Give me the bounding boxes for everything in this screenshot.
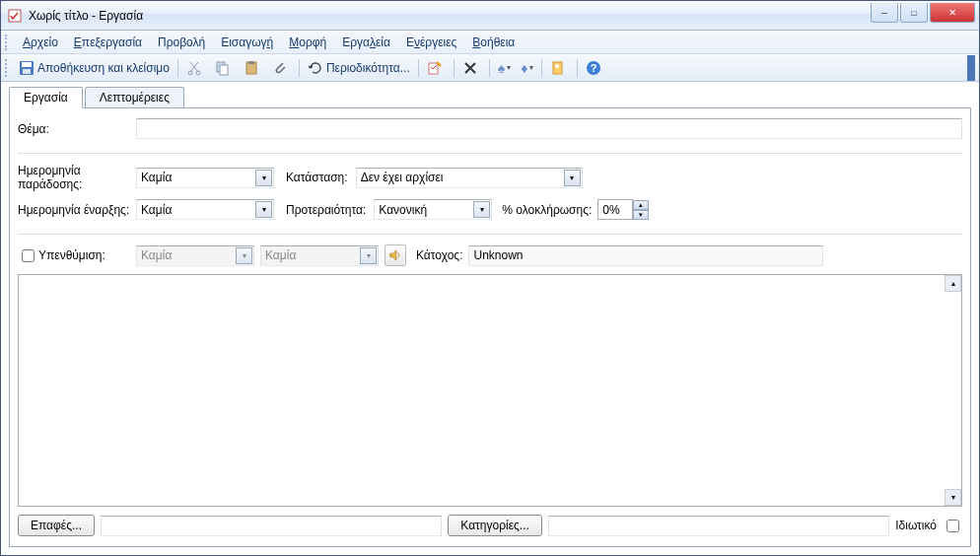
contacts-input[interactable]: [101, 516, 442, 536]
dropdown-icon: ▾: [255, 201, 272, 218]
recurrence-icon: [308, 60, 323, 76]
menu-view[interactable]: Προβολή: [150, 34, 213, 51]
due-date-combo[interactable]: Καμία ▾: [136, 168, 274, 188]
address-book-button[interactable]: [546, 58, 573, 78]
owner-field: [468, 245, 823, 266]
pct-complete-spin[interactable]: ▴ ▾: [597, 199, 649, 220]
svg-rect-11: [553, 62, 562, 74]
start-label: Ημερομηνία έναρξης:: [18, 203, 136, 217]
reminder-label: Υπενθύμιση:: [38, 248, 105, 262]
save-close-button[interactable]: Αποθήκευση και κλείσιμο: [15, 58, 174, 78]
help-button[interactable]: ?: [582, 58, 608, 78]
paste-icon: [244, 60, 259, 76]
scroll-up-button[interactable]: ▴: [945, 275, 961, 292]
status-combo[interactable]: Δεν έχει αρχίσει ▾: [356, 168, 583, 188]
menu-tools[interactable]: Εργαλεία: [334, 34, 398, 51]
minimize-button[interactable]: —: [871, 3, 898, 23]
priority-combo[interactable]: Κανονική ▾: [374, 199, 492, 220]
spin-down[interactable]: ▾: [633, 210, 649, 220]
reminder-check-wrap: Υπενθύμιση:: [18, 246, 136, 265]
contacts-button[interactable]: Επαφές...: [18, 515, 95, 536]
close-button[interactable]: ✕: [930, 3, 975, 23]
next-item-button[interactable]: ♦▾: [517, 58, 537, 78]
tab-strip: Εργασία Λεπτομέρειες: [9, 87, 971, 108]
window-controls: — ☐ ✕: [869, 3, 975, 23]
status-label: Κατάσταση:: [286, 171, 348, 184]
dropdown-icon: ▾: [473, 201, 490, 218]
content-area: Εργασία Λεπτομέρειες Θέμα: Ημερομηνία πα…: [1, 82, 979, 555]
prev-item-button[interactable]: ♠▾: [494, 58, 515, 78]
recurrence-button[interactable]: Περιοδικότητα...: [304, 58, 414, 78]
assign-task-button[interactable]: [423, 58, 450, 78]
svg-text:?: ?: [591, 62, 597, 74]
footer-row: Επαφές... Κατηγορίες... Ιδιωτικό: [18, 515, 962, 536]
arrow-up-icon: ♠: [498, 60, 505, 76]
menu-help[interactable]: Βοήθεια: [464, 34, 523, 51]
reminder-date-combo: Καμία ▾: [136, 245, 254, 266]
toolbar-grip[interactable]: [5, 59, 11, 77]
menu-insert[interactable]: Εισαγωγή: [213, 34, 281, 51]
menubar-grip[interactable]: [5, 35, 11, 50]
priority-label: Προτεραιότητα:: [286, 203, 366, 217]
start-date-combo[interactable]: Καμία ▾: [136, 199, 274, 220]
dropdown-icon: ▾: [507, 63, 511, 72]
cut-button[interactable]: [182, 58, 209, 78]
address-icon: [550, 60, 566, 76]
reminder-checkbox[interactable]: [22, 249, 35, 262]
separator: [177, 59, 178, 77]
menu-actions[interactable]: Ενέργειες: [398, 34, 464, 51]
toolbar-overflow[interactable]: [967, 55, 975, 81]
copy-button[interactable]: [211, 58, 238, 78]
dropdown-icon: ▾: [236, 247, 252, 264]
cut-icon: [186, 60, 202, 76]
scroll-down-button[interactable]: ▾: [945, 489, 961, 506]
app-icon: [7, 8, 23, 24]
categories-button[interactable]: Κατηγορίες...: [448, 515, 542, 536]
help-icon: ?: [586, 60, 601, 76]
separator: [541, 59, 542, 77]
assign-icon: [427, 60, 443, 76]
menu-file[interactable]: Αρχείο: [15, 34, 66, 51]
window-title: Χωρίς τίτλο - Εργασία: [29, 9, 869, 23]
private-label: Ιδιωτικό: [895, 519, 937, 532]
toolbar: Αποθήκευση και κλείσιμο Περιοδικότητα...…: [1, 54, 979, 82]
divider: [18, 153, 962, 154]
arrow-down-icon: ♦: [521, 60, 527, 76]
menu-edit[interactable]: Επεξεργασία: [66, 34, 150, 51]
attach-button[interactable]: [268, 58, 295, 78]
svg-rect-3: [23, 69, 31, 74]
dropdown-icon: ▾: [255, 170, 272, 186]
reminder-sound-button[interactable]: [385, 244, 406, 266]
divider: [18, 234, 962, 235]
svg-rect-9: [248, 61, 254, 64]
svg-rect-7: [220, 65, 228, 75]
separator: [299, 59, 300, 77]
pct-label: % ολοκλήρωσης:: [502, 203, 592, 217]
titlebar: Χωρίς τίτλο - Εργασία — ☐ ✕: [1, 1, 979, 31]
menu-format[interactable]: Μορφή: [281, 34, 334, 51]
paste-button[interactable]: [240, 58, 266, 78]
menubar: Αρχείο Επεξεργασία Προβολή Εισαγωγή Μορφ…: [1, 31, 979, 54]
svg-point-12: [555, 64, 559, 68]
separator: [418, 59, 419, 77]
copy-icon: [215, 60, 231, 76]
svg-rect-2: [22, 62, 32, 67]
spin-up[interactable]: ▴: [633, 200, 649, 210]
delete-button[interactable]: [458, 58, 485, 78]
dropdown-icon: ▾: [360, 247, 377, 264]
categories-input[interactable]: [548, 516, 889, 536]
save-icon: [19, 60, 35, 76]
separator: [489, 59, 490, 77]
dropdown-icon: ▾: [564, 170, 581, 186]
tab-details[interactable]: Λεπτομέρειες: [85, 87, 184, 108]
task-panel: Θέμα: Ημερομηνία παράδοσης: Καμία ▾ Κατά…: [9, 108, 971, 547]
subject-input[interactable]: [136, 118, 962, 139]
dropdown-icon: ▾: [529, 63, 533, 72]
pct-input[interactable]: [597, 199, 633, 220]
subject-label: Θέμα:: [18, 122, 136, 136]
sound-icon: [388, 248, 402, 262]
maximize-button[interactable]: ☐: [900, 3, 928, 23]
private-checkbox[interactable]: [946, 520, 959, 532]
tab-task[interactable]: Εργασία: [9, 87, 83, 108]
notes-textarea[interactable]: ▴ ▾: [18, 274, 962, 507]
